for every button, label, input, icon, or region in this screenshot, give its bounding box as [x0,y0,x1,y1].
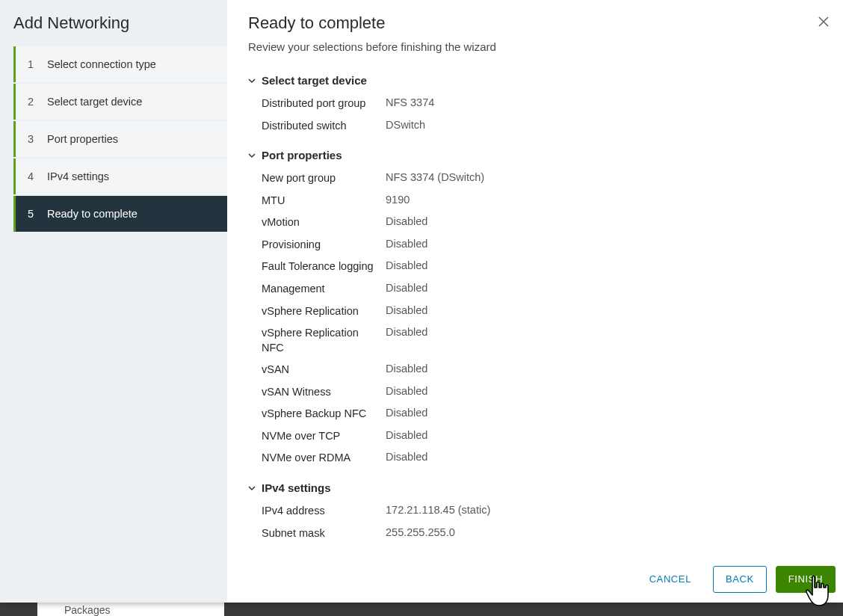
row-label: IPv4 address [262,504,386,519]
chevron-down-icon [248,77,256,84]
summary-row: IPv4 address172.21.118.45 (static) [248,500,822,523]
row-value: Disabled [386,259,427,271]
step-connection-type[interactable]: 1 Select connection type [13,46,227,82]
row-value: 9190 [386,194,410,206]
step-number: 5 [28,208,43,220]
row-value: Disabled [386,326,427,338]
row-label: Provisioning [262,238,386,253]
row-label: vSphere Replication NFC [262,326,386,355]
summary-row: ManagementDisabled [248,278,822,301]
section-title: IPv4 settings [262,481,331,494]
summary-row: vSAN WitnessDisabled [248,381,822,404]
step-label: Ready to complete [47,208,138,220]
row-label: vSphere Backup NFC [262,407,386,422]
row-label: vSAN [262,363,386,378]
row-label: NVMe over RDMA [262,451,386,466]
row-value: Disabled [386,385,427,397]
wizard-title: Add Networking [0,13,227,46]
step-label: Select target device [47,96,142,108]
step-number: 3 [28,133,43,145]
row-label: Management [262,282,386,297]
row-label: Subnet mask [262,526,386,541]
page-subtitle: Review your selections before finishing … [248,40,822,53]
summary-row: Fault Tolerance loggingDisabled [248,256,822,278]
row-value: Disabled [386,363,427,375]
section-toggle-port[interactable]: Port properties [248,149,822,161]
row-label: Distributed port group [262,96,386,111]
summary-row: ProvisioningDisabled [248,234,822,256]
row-label: Fault Tolerance logging [262,259,386,274]
row-label: Distributed switch [262,119,386,134]
row-value: Disabled [386,304,427,316]
step-ipv4-settings[interactable]: 4 IPv4 settings [13,158,227,194]
close-button[interactable] [812,10,836,34]
summary-row: NVMe over TCPDisabled [248,425,822,448]
section-target-device: Select target device Distributed port gr… [248,74,822,137]
row-value: 172.21.118.45 (static) [386,504,490,516]
section-title: Select target device [262,74,367,87]
wizard-sidebar: Add Networking 1 Select connection type … [0,0,227,603]
row-label: MTU [262,194,386,209]
summary-row: NVMe over RDMADisabled [248,447,822,469]
wizard-modal: Add Networking 1 Select connection type … [0,0,843,603]
summary-row: Subnet mask255.255.255.0 [248,523,822,545]
summary-row: vSphere Replication NFCDisabled [248,322,822,359]
chevron-down-icon [248,484,256,492]
wizard-main: Ready to complete Review your selections… [227,0,843,603]
step-target-device[interactable]: 2 Select target device [13,84,227,120]
row-label: vSphere Replication [262,304,386,319]
wizard-footer: CANCEL BACK FINISH [227,555,843,603]
page-title: Ready to complete [248,13,822,33]
summary-content: Select target device Distributed port gr… [227,62,843,555]
step-ready-complete[interactable]: 5 Ready to complete [13,196,227,232]
step-number: 4 [28,170,43,182]
summary-row: MTU9190 [248,190,822,212]
section-toggle-ipv4[interactable]: IPv4 settings [248,481,822,494]
row-label: vMotion [262,215,386,230]
finish-button[interactable]: FINISH [776,566,836,593]
row-value: NFS 3374 (DSwitch) [386,171,484,183]
step-number: 2 [28,96,43,108]
row-value: Disabled [386,451,427,463]
row-value: Disabled [386,238,427,250]
summary-row: New port groupNFS 3374 (DSwitch) [248,167,822,190]
row-label: New port group [262,171,386,186]
row-value: Disabled [386,407,427,419]
step-label: IPv4 settings [47,170,109,182]
section-ipv4-settings: IPv4 settings IPv4 address172.21.118.45 … [248,481,822,544]
section-toggle-target[interactable]: Select target device [248,74,822,87]
section-port-properties: Port properties New port groupNFS 3374 (… [248,149,822,469]
row-value: NFS 3374 [386,96,434,108]
summary-row: vMotionDisabled [248,212,822,234]
wizard-steps: 1 Select connection type 2 Select target… [0,46,227,232]
step-port-properties[interactable]: 3 Port properties [13,121,227,157]
step-label: Port properties [47,133,118,145]
cancel-button[interactable]: CANCEL [637,566,704,593]
backdrop-packages-label: Packages [64,604,110,616]
summary-row: vSphere Backup NFCDisabled [248,403,822,425]
summary-row: vSANDisabled [248,359,822,381]
summary-row: vSphere ReplicationDisabled [248,301,822,323]
chevron-down-icon [248,152,256,159]
row-value: Disabled [386,429,427,441]
row-label: vSAN Witness [262,385,386,400]
backdrop-panel: Packages [37,603,224,616]
row-value: Disabled [386,282,427,294]
main-header: Ready to complete Review your selections… [227,13,843,62]
row-value: Disabled [386,215,427,227]
row-value: DSwitch [386,119,425,131]
close-icon [818,14,830,31]
step-number: 1 [28,58,43,70]
step-label: Select connection type [47,58,156,70]
back-button[interactable]: BACK [713,566,767,593]
summary-row: Distributed port group NFS 3374 [248,93,822,115]
summary-row: Distributed switch DSwitch [248,115,822,138]
row-label: NVMe over TCP [262,429,386,444]
section-title: Port properties [262,149,342,161]
row-value: 255.255.255.0 [386,526,455,538]
